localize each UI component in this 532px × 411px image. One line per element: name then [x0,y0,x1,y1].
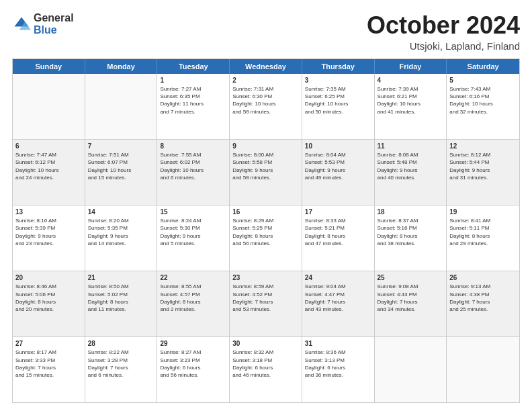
calendar-cell: 31Sunrise: 8:36 AMSunset: 3:13 PMDayligh… [302,337,375,402]
cell-line: Daylight: 9 hours [232,167,299,174]
cell-line: Daylight: 7 hours [449,298,517,306]
cell-line: Sunset: 3:28 PM [88,357,154,364]
cell-line: Sunrise: 8:55 AM [160,283,226,290]
cell-line: Sunset: 3:13 PM [305,357,371,364]
cell-line: Daylight: 9 hours [88,232,154,240]
cell-line: and 31 minutes. [449,174,517,181]
day-number: 24 [305,273,371,283]
logo-general: General [34,12,74,24]
day-number: 3 [305,76,371,85]
calendar-cell: 30Sunrise: 8:32 AMSunset: 3:18 PMDayligh… [230,337,302,402]
cell-line: Sunset: 4:57 PM [160,291,226,298]
cell-line: Daylight: 10 hours [378,100,444,107]
cell-line: Daylight: 7 hours [305,298,371,306]
cell-line: Daylight: 8 hours [15,298,82,306]
cell-line: and 34 minutes. [378,306,444,313]
cell-line: Sunset: 5:53 PM [305,158,371,166]
cell-line: Daylight: 11 hours [160,100,226,107]
calendar-cell: 27Sunrise: 8:17 AMSunset: 3:33 PMDayligh… [13,337,85,402]
cell-line: Sunrise: 8:59 AM [232,283,299,290]
calendar-cell: 26Sunrise: 9:13 AMSunset: 4:38 PMDayligh… [447,271,519,336]
calendar-cell: 3Sunrise: 7:35 AMSunset: 6:25 PMDaylight… [302,74,375,139]
cell-line: Sunset: 5:48 PM [378,158,444,166]
cell-line: and 15 minutes. [88,174,154,181]
cell-line: Sunset: 6:21 PM [378,93,444,100]
cell-line: Sunset: 5:06 PM [15,291,82,298]
calendar-cell: 2Sunrise: 7:31 AMSunset: 6:30 PMDaylight… [230,74,302,139]
cell-line: Daylight: 9 hours [15,232,82,240]
day-number: 11 [378,142,444,151]
cell-line: Sunrise: 7:39 AM [378,85,444,93]
cell-line: and 41 minutes. [378,108,444,116]
cell-line: Sunrise: 8:33 AM [305,217,371,224]
cell-line: and 36 minutes. [305,371,371,379]
cell-line: Daylight: 9 hours [160,232,226,240]
cell-line: Daylight: 8 hours [449,232,517,240]
day-number: 1 [160,76,226,85]
weekday-header: Wednesday [230,59,302,74]
cell-line: Sunset: 3:18 PM [232,357,299,364]
cell-line: Daylight: 10 hours [160,167,226,174]
cell-line: Sunrise: 8:27 AM [160,349,226,356]
page: General Blue October 2024 Utsjoki, Lapla… [0,0,532,411]
cell-line: and 40 minutes. [378,174,444,181]
weekday-header: Tuesday [157,59,230,74]
cell-line: Daylight: 8 hours [88,298,154,306]
cell-line: Sunrise: 8:16 AM [15,217,82,224]
cell-line: Sunset: 6:07 PM [88,158,154,166]
calendar-cell: 12Sunrise: 8:12 AMSunset: 5:44 PMDayligh… [447,140,519,205]
calendar-cell: 28Sunrise: 8:22 AMSunset: 3:28 PMDayligh… [85,337,158,402]
cell-line: Sunrise: 9:13 AM [449,283,517,290]
calendar-cell: 11Sunrise: 8:08 AMSunset: 5:48 PMDayligh… [375,140,447,205]
day-number: 19 [449,208,517,217]
calendar-cell: 24Sunrise: 9:04 AMSunset: 4:47 PMDayligh… [302,271,375,336]
day-number: 8 [160,142,226,151]
cell-line: Daylight: 8 hours [160,298,226,306]
cell-line: Daylight: 9 hours [378,167,444,174]
day-number: 4 [378,76,444,85]
day-number: 22 [160,273,226,283]
cell-line: Sunset: 5:30 PM [160,224,226,232]
cell-line: and 2 minutes. [160,306,226,313]
calendar-cell: 23Sunrise: 8:59 AMSunset: 4:52 PMDayligh… [230,271,302,336]
title-block: October 2024 Utsjoki, Lapland, Finland [367,12,520,52]
cell-line: and 23 minutes. [15,240,82,247]
cell-line: Sunrise: 7:51 AM [88,151,154,158]
day-number: 16 [232,208,299,217]
day-number: 30 [232,339,299,349]
day-number: 13 [15,208,82,217]
calendar-cell: 29Sunrise: 8:27 AMSunset: 3:23 PMDayligh… [157,337,230,402]
cell-line: Sunrise: 7:55 AM [160,151,226,158]
day-number: 12 [449,142,517,151]
calendar-cell: 4Sunrise: 7:39 AMSunset: 6:21 PMDaylight… [375,74,447,139]
calendar-cell [375,337,447,402]
cell-line: Daylight: 10 hours [305,100,371,107]
calendar-cell: 14Sunrise: 8:20 AMSunset: 5:35 PMDayligh… [85,205,158,271]
cell-line: Sunset: 6:35 PM [160,93,226,100]
calendar-cell: 21Sunrise: 8:50 AMSunset: 5:02 PMDayligh… [85,271,158,336]
day-number: 18 [378,208,444,217]
cell-line: Sunrise: 8:24 AM [160,217,226,224]
cell-line: Sunrise: 8:08 AM [378,151,444,158]
calendar: SundayMondayTuesdayWednesdayThursdayFrid… [12,58,520,403]
cell-line: Sunrise: 7:27 AM [160,85,226,93]
cell-line: and 47 minutes. [305,240,371,247]
location: Utsjoki, Lapland, Finland [367,40,520,52]
weekday-header: Monday [85,59,158,74]
day-number: 17 [305,208,371,217]
cell-line: Sunrise: 8:22 AM [88,349,154,356]
cell-line: Sunset: 6:12 PM [15,158,82,166]
cell-line: Daylight: 6 hours [232,364,299,371]
cell-line: Daylight: 10 hours [88,167,154,174]
weekday-header: Saturday [447,59,519,74]
cell-line: Sunrise: 9:04 AM [305,283,371,290]
weekday-header: Sunday [13,59,85,74]
cell-line: Sunset: 4:47 PM [305,291,371,298]
logo-blue: Blue [34,24,74,36]
calendar-cell: 10Sunrise: 8:04 AMSunset: 5:53 PMDayligh… [302,140,375,205]
cell-line: Daylight: 10 hours [449,100,517,107]
cell-line: Sunset: 4:52 PM [232,291,299,298]
cell-line: Sunrise: 8:29 AM [232,217,299,224]
cell-line: Sunrise: 8:20 AM [88,217,154,224]
cell-line: Sunrise: 8:50 AM [88,283,154,290]
